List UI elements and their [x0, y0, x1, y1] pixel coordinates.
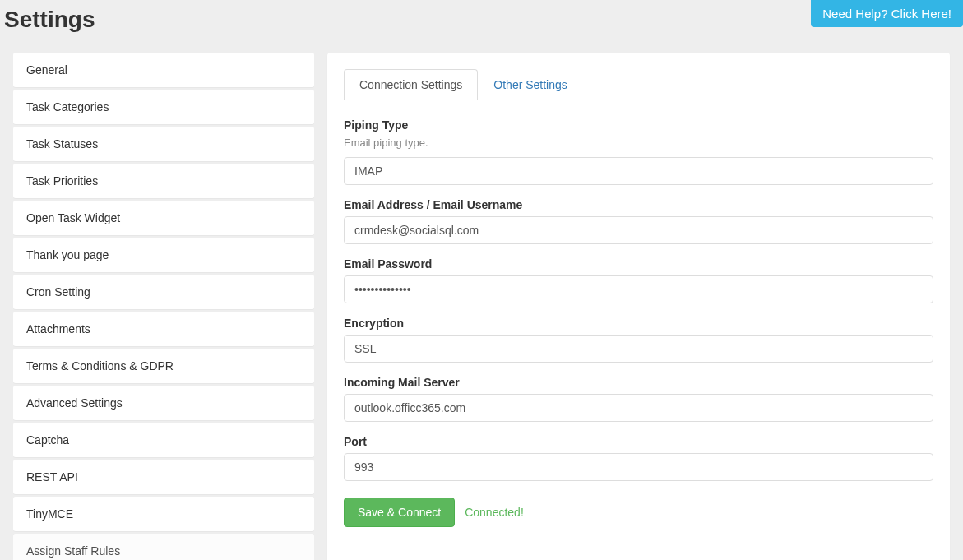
- email-password-label: Email Password: [344, 257, 933, 271]
- sidebar-item-label: Thank you page: [26, 248, 109, 261]
- incoming-server-label: Incoming Mail Server: [344, 376, 933, 389]
- save-connect-button[interactable]: Save & Connect: [344, 498, 455, 527]
- sidebar-item-tinymce[interactable]: TinyMCE: [13, 497, 314, 531]
- encryption-input[interactable]: [344, 335, 933, 363]
- sidebar-item-label: Task Categories: [26, 100, 109, 113]
- sidebar-item-label: General: [26, 63, 67, 76]
- sidebar-item-terms-gdpr[interactable]: Terms & Conditions & GDPR: [13, 349, 314, 383]
- content-panel: Connection Settings Other Settings Pipin…: [327, 53, 950, 560]
- sidebar-item-label: Attachments: [26, 322, 90, 336]
- sidebar-item-rest-api[interactable]: REST API: [13, 460, 314, 494]
- piping-type-help: Email piping type.: [344, 137, 933, 149]
- sidebar-item-label: Task Statuses: [26, 137, 98, 150]
- email-password-input[interactable]: [344, 275, 933, 303]
- connection-status: Connected!: [465, 506, 524, 519]
- sidebar-item-label: Captcha: [26, 433, 69, 447]
- piping-type-input[interactable]: [344, 157, 933, 185]
- sidebar-item-label: REST API: [26, 470, 78, 484]
- sidebar-item-label: Terms & Conditions & GDPR: [26, 359, 174, 373]
- email-address-label: Email Address / Email Username: [344, 198, 933, 211]
- email-address-input[interactable]: [344, 216, 933, 244]
- sidebar-item-open-task-widget[interactable]: Open Task Widget: [13, 201, 314, 235]
- sidebar-item-label: Open Task Widget: [26, 211, 120, 224]
- tabs: Connection Settings Other Settings: [344, 69, 933, 100]
- sidebar-item-captcha[interactable]: Captcha: [13, 423, 314, 457]
- encryption-label: Encryption: [344, 317, 933, 330]
- port-input[interactable]: [344, 453, 933, 481]
- piping-type-label: Piping Type: [344, 118, 933, 132]
- settings-sidebar: General Task Categories Task Statuses Ta…: [13, 53, 314, 560]
- tab-connection-settings[interactable]: Connection Settings: [344, 69, 478, 100]
- sidebar-item-label: Cron Setting: [26, 285, 90, 299]
- sidebar-item-advanced-settings[interactable]: Advanced Settings: [13, 386, 314, 420]
- sidebar-item-general[interactable]: General: [13, 53, 314, 87]
- sidebar-item-task-statuses[interactable]: Task Statuses: [13, 127, 314, 161]
- port-label: Port: [344, 435, 933, 448]
- sidebar-item-task-priorities[interactable]: Task Priorities: [13, 164, 314, 198]
- sidebar-item-cron-setting[interactable]: Cron Setting: [13, 275, 314, 309]
- sidebar-item-thank-you-page[interactable]: Thank you page: [13, 238, 314, 272]
- tab-other-settings[interactable]: Other Settings: [478, 69, 583, 100]
- sidebar-item-label: Task Priorities: [26, 174, 98, 187]
- sidebar-item-assign-staff-rules[interactable]: Assign Staff Rules: [13, 534, 314, 560]
- sidebar-item-label: TinyMCE: [26, 507, 73, 521]
- help-button[interactable]: Need Help? Click Here!: [811, 0, 963, 27]
- sidebar-item-label: Advanced Settings: [26, 396, 123, 410]
- incoming-server-input[interactable]: [344, 394, 933, 422]
- sidebar-item-attachments[interactable]: Attachments: [13, 312, 314, 346]
- sidebar-item-task-categories[interactable]: Task Categories: [13, 90, 314, 124]
- sidebar-item-label: Assign Staff Rules: [26, 544, 120, 558]
